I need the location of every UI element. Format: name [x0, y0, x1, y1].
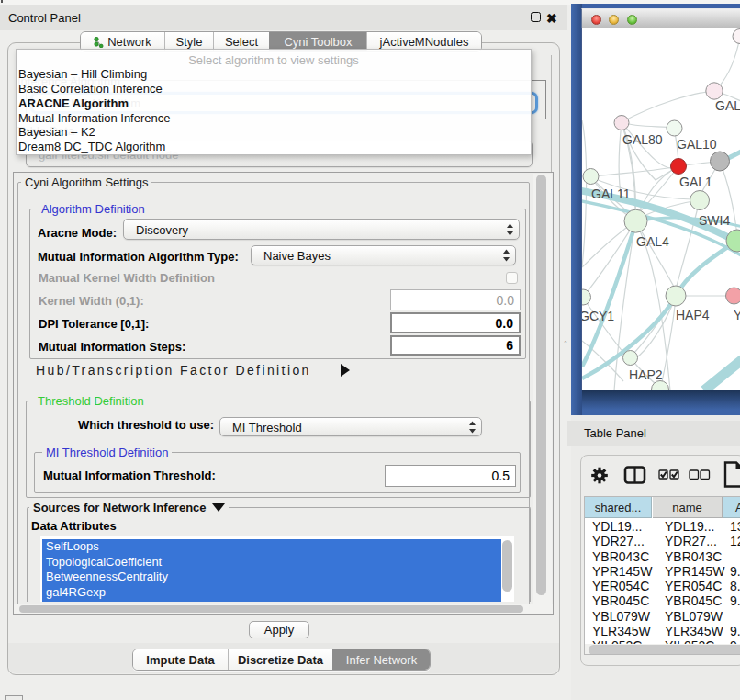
svg-text:Y: Y: [734, 308, 740, 322]
svg-text:GAL: GAL: [715, 98, 740, 113]
svg-text:GAL1: GAL1: [679, 175, 712, 189]
svg-text:GCY1: GCY1: [582, 309, 614, 323]
svg-text:HAP4: HAP4: [676, 308, 710, 322]
svg-text:HAP2: HAP2: [629, 367, 663, 382]
svg-text:GAL10: GAL10: [677, 137, 717, 152]
svg-text:GAL11: GAL11: [591, 186, 631, 201]
svg-text:GAL4: GAL4: [636, 234, 669, 249]
svg-text:GAL80: GAL80: [622, 132, 663, 147]
svg-text:SWI4: SWI4: [699, 213, 730, 228]
